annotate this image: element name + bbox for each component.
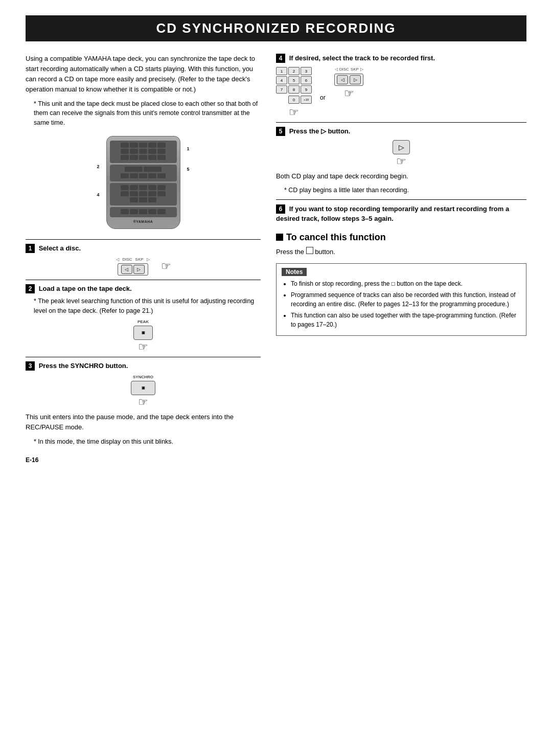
remote-btn[interactable] [121,143,129,148]
step4-disc-skip-btns: ◁ ▷ [334,74,363,86]
stop-button-icon [306,247,313,254]
remote-num5[interactable] [157,185,166,190]
remote-btn[interactable] [121,149,129,154]
numpad-2[interactable]: 2 [288,67,300,75]
remote-synchro-btn[interactable] [125,167,143,172]
remote-num8[interactable] [139,191,147,196]
remote-mid-section [110,165,177,181]
label-4: 4 [97,192,100,197]
page-header: CD SYNCHRONIZED RECORDING [26,15,526,41]
step5-illustration: ▷ ☞ [276,140,526,167]
remote-btn[interactable] [130,149,138,154]
remote-num1[interactable] [121,185,129,190]
step5-body1: Both CD play and tape deck recording beg… [276,171,526,181]
remote-btn[interactable] [148,149,156,154]
play-button-illus[interactable]: ▷ [393,140,410,154]
yamaha-logo: ®YAMAHA [110,220,177,223]
remote-btn[interactable] [148,143,156,148]
hand-icon-3: ☞ [138,397,148,408]
label-5: 5 [187,167,189,172]
remote-btn[interactable] [121,155,129,160]
step6-section: 6 If you want to stop recording temporar… [276,199,526,224]
remote-btn[interactable] [121,173,129,178]
synchro-button-illus[interactable]: ▣ [131,381,155,395]
disc-fwd-btn[interactable]: ▷ [133,265,145,274]
remote-btn[interactable] [148,155,156,160]
numpad-9[interactable]: 9 [301,85,312,94]
remote-top-section [110,141,177,163]
step2-number: 2 [26,284,35,293]
step1-illustration: ◁ DISC SKP ▷ ◁ ▷ ☞ [26,257,261,276]
remote-btn[interactable] [157,173,166,178]
square-bullet-icon [276,234,283,241]
remote-btn[interactable] [148,209,156,214]
step1-label: Select a disc. [39,244,81,252]
step4-disc-back[interactable]: ◁ [337,75,348,84]
step1-section: 1 Select a disc. ◁ DISC SKP ▷ ◁ ▷ [26,239,261,276]
fwd-arrow: ▷ [147,257,150,262]
remote-num0[interactable] [157,191,166,196]
numpad-4[interactable]: 4 [276,76,287,84]
remote-btn[interactable] [144,167,162,172]
remote-btn[interactable] [130,173,138,178]
main-content: Using a compatible YAMAHA tape deck, you… [26,54,526,464]
step5-title: 5 Press the ▷ button. [276,127,526,136]
hand-icon-4: ☞ [289,107,299,118]
remote-btn[interactable] [139,149,147,154]
numpad-0[interactable]: 0 [288,96,300,104]
step2-illustration: PEAK ▣ ☞ [26,319,261,353]
numpad-7[interactable]: 7 [276,85,287,94]
step4-illustration: 1 2 3 4 5 6 7 8 9 0 +10 [276,67,526,118]
intro-paragraph: Using a compatible YAMAHA tape deck, you… [26,54,261,95]
numpad-5[interactable]: 5 [288,76,300,84]
step4-disc-fwd[interactable]: ▷ [350,75,361,84]
remote-btn[interactable] [157,155,166,160]
remote-num3[interactable] [139,185,147,190]
remote-num6[interactable] [121,191,129,196]
numpad-8[interactable]: 8 [288,85,300,94]
remote-btn[interactable] [157,209,166,214]
numpad-plus10[interactable]: +10 [301,96,312,104]
step4-disc-skip-labels: ◁ DISC SKP ▷ [334,67,364,72]
disc-skip-group: ◁ DISC SKP ▷ ◁ ▷ [115,257,150,276]
disc-back-btn[interactable]: ◁ [121,265,132,274]
remote-btn[interactable] [139,209,147,214]
hand-icon-6: ☞ [396,156,406,167]
remote-btn[interactable] [148,173,156,178]
numpad-3[interactable]: 3 [301,67,312,75]
remote-btn[interactable] [130,143,138,148]
step3-title: 3 Press the SYNCHRO button. [26,361,261,371]
step2-section: 2 Load a tape on the tape deck. The peak… [26,280,261,353]
remote-btn[interactable] [139,197,147,202]
step1-number: 1 [26,244,35,253]
remote-btn[interactable] [139,143,147,148]
remote-btn[interactable] [148,197,156,202]
step4-title: 4 If desired, select the track to be rec… [276,54,526,63]
remote-btn[interactable] [130,209,138,214]
remote-btn[interactable] [121,209,129,214]
step3-body1: This unit enters into the pause mode, an… [26,412,261,432]
remote-body: ®YAMAHA [106,136,180,229]
back-arrow: ◁ [116,257,119,262]
numpad-illustration: 1 2 3 4 5 6 7 8 9 0 +10 [276,67,312,118]
remote-btn[interactable] [139,173,147,178]
numpad-6[interactable]: 6 [301,76,312,84]
or-text: or [320,94,326,101]
numpad-1[interactable]: 1 [276,67,287,75]
note-item-2: Programmed sequence of tracks can also b… [291,290,521,309]
peak-button-illus[interactable]: ▣ [133,326,153,340]
page-title: CD SYNCHRONIZED RECORDING [36,20,516,36]
remote-btn[interactable] [139,155,147,160]
remote-btn[interactable] [157,143,166,148]
remote-btn[interactable] [157,149,166,154]
remote-btn[interactable] [130,155,138,160]
cancel-section: To cancel this function Press the button… [276,232,526,257]
remote-btn[interactable] [130,197,138,202]
step4-disc-skip: ◁ DISC SKP ▷ ◁ ▷ ☞ [334,67,364,99]
step2-note: The peak level searching function of thi… [26,296,261,316]
step5-section: 5 Press the ▷ button. ▷ ☞ Both CD play a… [276,122,526,195]
remote-num9[interactable] [148,191,156,196]
remote-num2[interactable] [130,185,138,190]
remote-num7[interactable] [130,191,138,196]
remote-num4[interactable] [148,185,156,190]
